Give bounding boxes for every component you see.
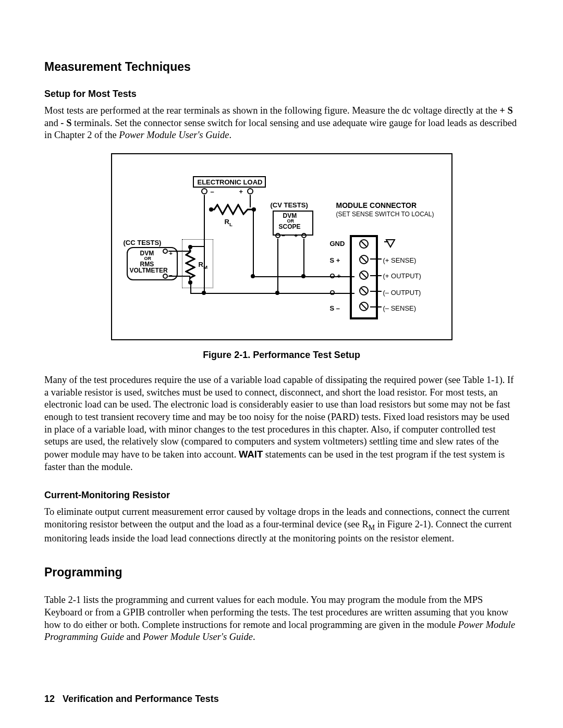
label-module-connector: MODULE CONNECTOR [336,201,417,209]
label-plus-sense: (+ SENSE) [383,256,417,264]
label-o-minus: O – [330,289,341,297]
label-electronic-load: ELECTRONIC LOAD [198,178,263,186]
terminal-icon [162,273,168,279]
ground-icon [384,236,397,248]
heading-programming: Programming [44,565,519,579]
node-icon [251,206,257,213]
label-minus-sense: (– SENSE) [383,304,417,312]
node-icon [300,273,307,279]
svg-line-23 [361,304,366,309]
terminal-icon [247,188,254,195]
text: Many of the test procedures require the … [44,375,513,460]
paragraph-setup: Most tests are performed at the rear ter… [44,105,519,142]
svg-marker-24 [386,240,395,247]
node-icon [187,244,193,250]
node-icon [250,273,256,279]
svg-line-21 [361,288,366,293]
figure-caption: Figure 2-1. Performance Test Setup [44,350,519,361]
figure-performance-test-setup: ELECTRONIC LOAD – + RL RM [111,153,452,340]
text: Most tests are performed at the rear ter… [44,105,499,116]
label-s-plus: S + [330,256,340,264]
label-o-plus: O + [330,272,341,280]
text-guide-2: Power Module User's Guide [143,632,253,642]
label-set-sense: (SET SENSE SWITCH TO LOCAL) [336,211,434,218]
label-plus: + [239,188,243,195]
label-minus-output: (– OUTPUT) [383,289,421,297]
text: terminals. Set the connector sense switc… [44,118,517,141]
paragraph-many: Many of the test procedures require the … [44,374,519,473]
label-plus: + [295,232,298,239]
text: . [229,130,231,140]
svg-line-17 [361,257,366,262]
svg-point-4 [163,249,167,253]
page-number: 12 [44,694,55,704]
svg-point-5 [163,274,167,278]
figure-wrap: ELECTRONIC LOAD – + RL RM [44,153,519,340]
svg-point-11 [301,274,305,278]
text-guide: Power Module User's Guide [119,130,229,140]
node-icon [208,206,214,213]
label-plus-output: (+ OUTPUT) [383,272,421,280]
svg-point-1 [248,189,253,194]
heading-setup-for-most-tests: Setup for Most Tests [44,89,519,100]
label-cc-tests: (CC TESTS) [124,239,162,246]
svg-point-2 [209,207,213,212]
label-minus: – [282,232,285,239]
text: and [124,632,143,642]
svg-point-10 [251,274,255,278]
svg-point-9 [302,233,306,238]
resistor-rm-icon [185,250,195,279]
page-footer: 12 Verification and Performance Tests [44,694,219,705]
label-rl: RL [225,218,232,227]
text-rm-sub: M [369,524,375,532]
page: Measurement Techniques Setup for Most Te… [0,0,563,670]
svg-line-19 [361,273,366,278]
terminal-icon [275,232,281,239]
label-cv-tests: (CV TESTS) [271,201,308,209]
label-rm: RM [199,261,208,270]
footer-title: Verification and Performance Tests [63,694,219,704]
text-plus-s: + S [499,105,512,116]
svg-line-15 [361,241,366,246]
label-gnd: GND [330,240,345,248]
resistor-rl-icon [211,204,253,215]
text: . [253,632,255,642]
text: Table 2-1 lists the programming and curr… [44,595,508,630]
text-wait: WAIT [239,449,263,460]
heading-current-monitoring-resistor: Current-Monitoring Resistor [44,490,519,501]
label-s-minus: S – [330,304,340,312]
paragraph-cmr: To eliminate output current measurement … [44,506,519,545]
terminal-icon [301,232,307,239]
text: and [44,118,60,128]
node-icon [274,290,280,296]
heading-measurement-techniques: Measurement Techniques [44,60,519,74]
label-minus: – [169,272,173,278]
terminal-icon [201,188,208,195]
text-minus-s: - S [60,118,71,128]
svg-point-13 [275,291,279,295]
label-minus: – [211,188,214,195]
node-icon [201,290,207,296]
svg-point-8 [276,233,280,238]
svg-point-12 [202,291,206,295]
paragraph-programming: Table 2-1 lists the programming and curr… [44,594,519,644]
label-scope: SCOPE [279,223,301,230]
terminal-icon [162,248,168,254]
svg-point-0 [202,189,207,194]
